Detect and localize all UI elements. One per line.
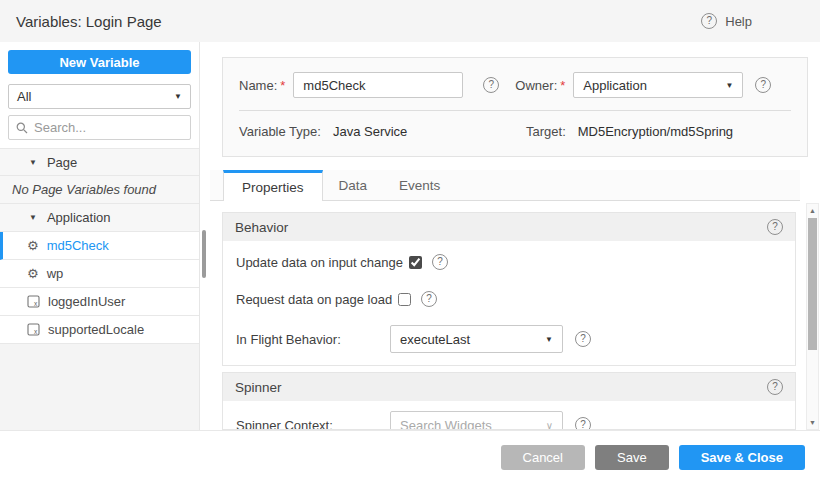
spinner-context-row: Spinner Context: Search Widgets ∨ ? xyxy=(223,411,795,430)
behavior-section: Behavior ? Update data on input change ?… xyxy=(222,212,796,366)
caret-down-icon: ▼ xyxy=(545,335,553,344)
section-title: Behavior xyxy=(235,220,288,235)
request-data-label: Request data on page load xyxy=(236,292,392,307)
scrollbar-thumb[interactable] xyxy=(808,218,817,350)
cancel-button[interactable]: Cancel xyxy=(501,445,585,470)
spinner-context-help-icon[interactable]: ? xyxy=(575,417,591,430)
caret-down-icon: ▼ xyxy=(725,81,733,90)
tab-data[interactable]: Data xyxy=(323,170,384,200)
filter-select[interactable]: All ▼ xyxy=(8,84,191,109)
update-data-row: Update data on input change ? xyxy=(223,251,795,273)
tab-bar: Properties Data Events xyxy=(210,170,800,201)
owner-label: Owner:* xyxy=(515,78,565,93)
tree-collapse-icon: ▼ xyxy=(29,158,37,167)
owner-select[interactable]: Application ▼ xyxy=(573,72,743,98)
sidebar: New Variable All ▼ ▼ Page No Page Variab… xyxy=(0,42,200,430)
target-label: Target: xyxy=(526,124,566,139)
spinner-section: Spinner ? Spinner Context: Search Widget… xyxy=(222,372,796,430)
behavior-section-header: Behavior ? xyxy=(223,213,795,241)
name-label-text: Name: xyxy=(239,78,277,93)
section-help-icon[interactable]: ? xyxy=(767,379,783,395)
tree-empty-message: No Page Variables found xyxy=(0,176,199,204)
required-asterisk: * xyxy=(280,78,285,93)
owner-label-text: Owner: xyxy=(515,78,557,93)
type-target-row: Variable Type: Java Service Target: MD5E… xyxy=(223,111,807,139)
tree-item-label: supportedLocale xyxy=(48,322,144,337)
request-data-checkbox[interactable] xyxy=(398,293,411,306)
summary-card: Name:* ? Owner:* Application ▼ ? Variabl… xyxy=(222,57,808,157)
inflight-select[interactable]: executeLast ▼ xyxy=(390,325,563,353)
spinner-section-body: Spinner Context: Search Widgets ∨ ? xyxy=(223,401,795,430)
sidebar-scrollbar-thumb[interactable] xyxy=(202,230,206,278)
variable-type-label: Variable Type: xyxy=(239,124,321,139)
search-box xyxy=(8,115,191,140)
service-variable-icon: ⚙ xyxy=(27,267,39,280)
tree-group-label: Page xyxy=(47,155,77,170)
variable-type-value: Java Service xyxy=(333,124,407,139)
target-value: MD5Encryption/md5Spring xyxy=(578,124,733,139)
help-button[interactable]: ? Help xyxy=(701,13,752,29)
update-data-help-icon[interactable]: ? xyxy=(432,254,448,270)
tree-item-wp[interactable]: ⚙ wp xyxy=(0,260,199,288)
new-variable-button[interactable]: New Variable xyxy=(8,50,191,74)
name-input[interactable] xyxy=(293,72,463,98)
save-close-button[interactable]: Save & Close xyxy=(679,445,805,470)
inflight-value: executeLast xyxy=(400,332,470,347)
update-data-checkbox[interactable] xyxy=(409,256,422,269)
required-asterisk: * xyxy=(560,78,565,93)
header: Variables: Login Page ? Help xyxy=(0,0,820,42)
tree-collapse-icon: ▼ xyxy=(29,213,37,222)
inflight-row: In Flight Behavior: executeLast ▼ ? xyxy=(223,325,795,353)
spinner-context-placeholder: Search Widgets xyxy=(400,418,492,431)
tree-item-label: md5Check xyxy=(47,238,109,253)
search-icon xyxy=(16,122,28,134)
page-title: Variables: Login Page xyxy=(16,13,162,30)
model-variable-icon: x xyxy=(27,295,40,308)
main-scrollbar[interactable]: ▲ ▼ xyxy=(806,203,819,430)
caret-down-icon: ▼ xyxy=(174,92,182,101)
tree-item-supportedlocale[interactable]: x supportedLocale xyxy=(0,316,199,344)
tree-group-application[interactable]: ▼ Application xyxy=(0,204,199,232)
tree-group-page[interactable]: ▼ Page xyxy=(0,148,199,176)
tab-properties[interactable]: Properties xyxy=(223,170,323,201)
name-owner-row: Name:* ? Owner:* Application ▼ ? xyxy=(223,58,807,98)
tree-item-label: wp xyxy=(47,266,64,281)
behavior-section-body: Update data on input change ? Request da… xyxy=(223,241,795,365)
scroll-down-icon[interactable]: ▼ xyxy=(807,419,818,426)
tree-item-md5check[interactable]: ⚙ md5Check xyxy=(0,232,199,260)
name-label: Name:* xyxy=(239,78,285,93)
sidebar-controls: New Variable All ▼ xyxy=(0,42,199,140)
chevron-down-icon: ∨ xyxy=(546,420,553,431)
save-button[interactable]: Save xyxy=(595,445,669,470)
inflight-help-icon[interactable]: ? xyxy=(575,331,591,347)
variable-type-pair: Variable Type: Java Service xyxy=(239,124,526,139)
tab-events[interactable]: Events xyxy=(383,170,456,200)
service-variable-icon: ⚙ xyxy=(27,239,39,252)
inflight-label: In Flight Behavior: xyxy=(236,332,384,347)
request-data-help-icon[interactable]: ? xyxy=(421,291,437,307)
model-variable-icon: x xyxy=(27,323,40,336)
section-title: Spinner xyxy=(235,380,282,395)
target-pair: Target: MD5Encryption/md5Spring xyxy=(526,124,733,139)
owner-help-icon[interactable]: ? xyxy=(755,77,771,93)
section-help-icon[interactable]: ? xyxy=(767,219,783,235)
tree-group-label: Application xyxy=(47,210,111,225)
request-data-row: Request data on page load ? xyxy=(223,288,795,310)
help-label: Help xyxy=(725,14,752,29)
footer: Cancel Save Save & Close xyxy=(0,430,820,488)
sidebar-filler xyxy=(0,344,199,430)
spinner-section-header: Spinner ? xyxy=(223,373,795,401)
tree-item-label: loggedInUser xyxy=(48,294,125,309)
scroll-up-icon[interactable]: ▲ xyxy=(807,207,818,214)
svg-text:x: x xyxy=(34,328,38,335)
search-input[interactable] xyxy=(34,120,183,135)
spinner-context-combobox[interactable]: Search Widgets ∨ xyxy=(390,411,563,430)
variables-tree: ▼ Page No Page Variables found ▼ Applica… xyxy=(0,148,199,344)
filter-value: All xyxy=(17,89,31,104)
spinner-context-label: Spinner Context: xyxy=(236,418,384,431)
name-help-icon[interactable]: ? xyxy=(483,77,499,93)
owner-value: Application xyxy=(583,78,647,93)
svg-text:x: x xyxy=(34,300,38,307)
tree-item-loggedinuser[interactable]: x loggedInUser xyxy=(0,288,199,316)
variables-dialog: Variables: Login Page ? Help New Variabl… xyxy=(0,0,820,488)
